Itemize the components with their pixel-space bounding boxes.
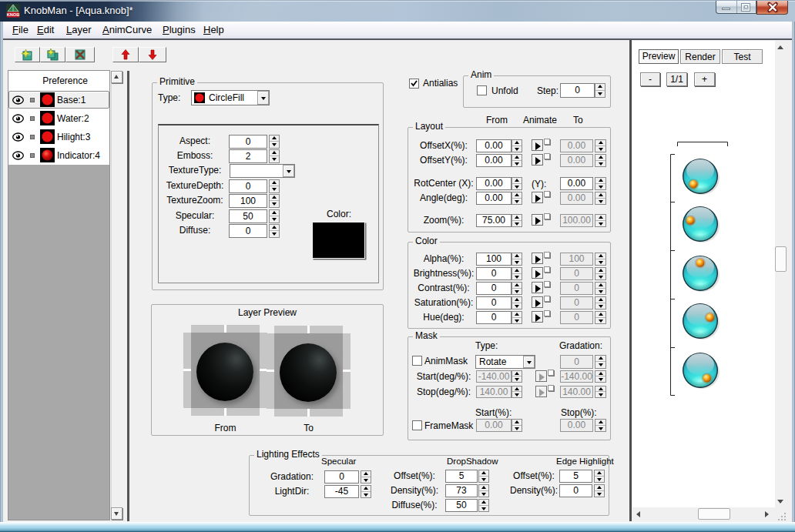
svg-text:KNOB: KNOB bbox=[7, 12, 19, 17]
